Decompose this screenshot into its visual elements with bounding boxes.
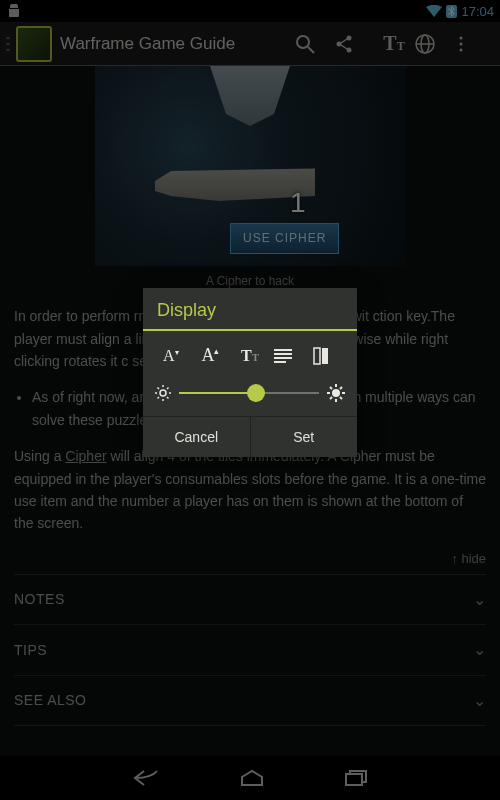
svg-rect-15 bbox=[322, 348, 328, 364]
svg-line-22 bbox=[167, 397, 169, 399]
svg-line-30 bbox=[330, 387, 332, 389]
svg-line-21 bbox=[158, 388, 160, 390]
svg-point-16 bbox=[160, 390, 166, 396]
theme-icon[interactable] bbox=[313, 347, 345, 365]
set-button[interactable]: Set bbox=[251, 417, 358, 457]
brightness-slider[interactable] bbox=[179, 392, 319, 394]
display-dialog: Display A▾ A▴ TT Cancel Set bbox=[143, 288, 357, 457]
decrease-font-icon[interactable]: A▾ bbox=[155, 347, 187, 365]
dialog-buttons: Cancel Set bbox=[143, 416, 357, 457]
align-icon[interactable] bbox=[274, 349, 306, 363]
brightness-slider-row bbox=[143, 380, 357, 416]
svg-line-33 bbox=[340, 387, 342, 389]
svg-line-31 bbox=[340, 397, 342, 399]
svg-line-32 bbox=[330, 397, 332, 399]
cancel-button[interactable]: Cancel bbox=[143, 417, 251, 457]
brightness-high-icon bbox=[327, 384, 345, 402]
slider-thumb[interactable] bbox=[247, 384, 265, 402]
svg-line-23 bbox=[158, 397, 160, 399]
increase-font-icon[interactable]: A▴ bbox=[194, 345, 226, 366]
font-style-icon[interactable]: TT bbox=[234, 347, 266, 365]
svg-rect-14 bbox=[314, 348, 320, 364]
svg-point-25 bbox=[332, 389, 340, 397]
brightness-low-icon bbox=[155, 385, 171, 401]
dialog-toolbar: A▾ A▴ TT bbox=[143, 331, 357, 380]
dialog-title: Display bbox=[143, 288, 357, 331]
svg-line-24 bbox=[167, 388, 169, 390]
